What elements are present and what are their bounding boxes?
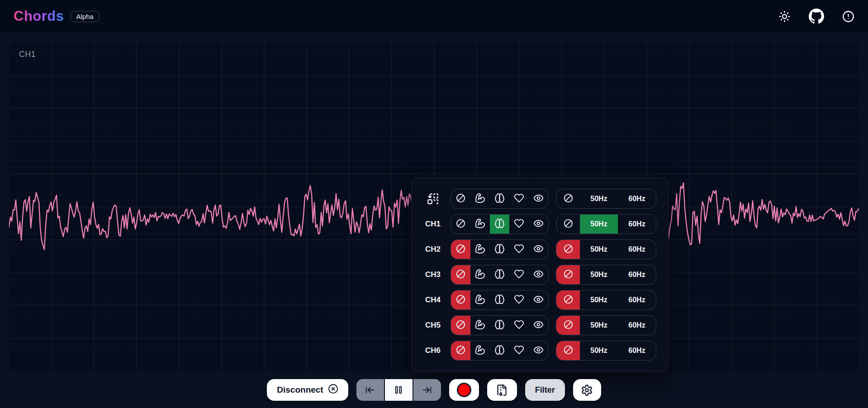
channel-label-ch3: CH3 [422,270,443,279]
notch-50hz-button-ch3[interactable]: 50Hz [580,265,618,284]
channel-label-ch6: CH6 [422,346,443,355]
apply-to-all-icon [422,193,443,205]
circle-x-icon [328,384,338,396]
notch-off-button-ch2[interactable] [556,240,580,259]
eye-eog-button-ch1[interactable] [529,215,548,234]
heart-icon [514,345,524,357]
signal-filter-group-ch5 [451,315,549,335]
muscle-emg-button-ch3[interactable] [470,265,490,284]
notch-off-button-all[interactable] [556,189,580,208]
heart-ecg-button-ch4[interactable] [509,291,529,310]
heart-ecg-button-ch5[interactable] [509,316,529,335]
signal-filter-group-ch6 [451,341,549,361]
record-icon [457,383,471,397]
brain-eeg-button-ch5[interactable] [490,316,509,335]
filter-row-ch1: CH150Hz60Hz [422,214,657,234]
brain-icon [494,345,505,357]
muscle-emg-button-all[interactable] [470,189,490,208]
filter-row-ch2: CH250Hz60Hz [422,239,657,259]
heart-icon [514,218,524,230]
brain-eeg-button-ch4[interactable] [490,291,509,310]
eye-eog-button-all[interactable] [529,189,548,208]
biceps-icon [475,218,485,230]
eye-icon [533,294,544,306]
signal-filter-group-ch3 [451,265,549,285]
eye-eog-button-ch2[interactable] [529,240,548,259]
eye-icon [533,319,544,332]
notch-50hz-button-ch5[interactable]: 50Hz [580,316,618,335]
circle-off-icon [455,244,466,256]
channel-label: CH1 [19,50,36,59]
eye-eog-button-ch4[interactable] [529,291,548,310]
circle-off-icon [563,319,574,332]
signal-off-button-ch2[interactable] [451,240,470,259]
notch-50hz-button-ch2[interactable]: 50Hz [580,240,618,259]
heart-icon [514,269,524,281]
brain-eeg-button-ch3[interactable] [490,265,509,284]
muscle-emg-button-ch2[interactable] [470,240,490,259]
notch-60hz-button-ch5[interactable]: 60Hz [618,316,656,335]
filter-button[interactable]: Filter [525,379,565,401]
signal-off-button-ch5[interactable] [451,316,470,335]
record-button[interactable] [449,379,479,401]
signal-off-button-ch1[interactable] [451,215,470,234]
muscle-emg-button-ch5[interactable] [470,316,490,335]
heart-ecg-button-ch1[interactable] [509,215,529,234]
eye-eog-button-ch6[interactable] [529,341,548,360]
eye-eog-button-ch3[interactable] [529,265,548,284]
circle-off-icon [563,345,574,357]
biceps-icon [475,244,485,256]
github-icon[interactable] [809,9,824,24]
notch-off-button-ch3[interactable] [556,265,580,284]
muscle-emg-button-ch1[interactable] [470,215,490,234]
brain-eeg-button-ch6[interactable] [490,341,509,360]
notch-50hz-button-ch6[interactable]: 50Hz [580,341,618,360]
notch-off-button-ch5[interactable] [556,316,580,335]
frame-start-button[interactable] [356,379,384,401]
disconnect-label: Disconnect [277,385,323,395]
brain-eeg-button-all[interactable] [490,189,509,208]
biceps-icon [475,345,485,357]
channel-label-ch2: CH2 [422,245,443,254]
theme-toggle-sun-icon[interactable] [778,10,791,23]
app-logo: Chords [14,8,64,24]
notch-off-button-ch1[interactable] [556,215,580,234]
muscle-emg-button-ch4[interactable] [470,291,490,310]
signal-off-button-ch4[interactable] [451,291,470,310]
heart-ecg-button-ch3[interactable] [509,265,529,284]
brain-eeg-button-ch2[interactable] [490,240,509,259]
notch-60hz-button-ch3[interactable]: 60Hz [618,265,656,284]
circle-off-icon [455,218,466,230]
notch-50hz-button-ch4[interactable]: 50Hz [580,291,618,310]
playback-control-group [356,379,441,401]
notch-60hz-button-ch4[interactable]: 60Hz [618,291,656,310]
signal-off-button-ch3[interactable] [451,265,470,284]
brain-icon [494,193,505,205]
notch-60hz-button-ch6[interactable]: 60Hz [618,341,656,360]
alpha-badge: Alpha [71,11,100,22]
eye-eog-button-ch5[interactable] [529,316,548,335]
settings-button[interactable] [573,379,601,401]
notch-60hz-button-ch1[interactable]: 60Hz [618,215,656,234]
biceps-icon [475,193,485,205]
eye-icon [533,269,544,281]
heart-ecg-button-all[interactable] [509,189,529,208]
notch-60hz-button-ch2[interactable]: 60Hz [618,240,656,259]
muscle-emg-button-ch6[interactable] [470,341,490,360]
signal-off-button-ch6[interactable] [451,341,470,360]
notch-60hz-button-all[interactable]: 60Hz [618,189,656,208]
notch-off-button-ch6[interactable] [556,341,580,360]
frame-end-button[interactable] [413,379,441,401]
circle-off-icon [455,193,466,205]
brain-eeg-button-ch1[interactable] [490,215,509,234]
disconnect-button[interactable]: Disconnect [267,379,348,401]
heart-ecg-button-ch6[interactable] [509,341,529,360]
pause-button[interactable] [385,379,413,401]
signal-off-button-all[interactable] [451,189,470,208]
heart-ecg-button-ch2[interactable] [509,240,529,259]
save-file-button[interactable] [487,379,517,401]
notch-off-button-ch4[interactable] [556,291,580,310]
notch-50hz-button-all[interactable]: 50Hz [580,189,618,208]
notch-50hz-button-ch1[interactable]: 50Hz [580,215,618,234]
info-circle-icon[interactable] [842,10,854,23]
